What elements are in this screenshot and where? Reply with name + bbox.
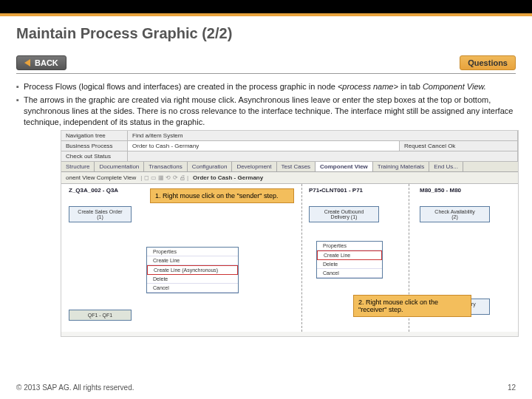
tab-documentation[interactable]: Documentation	[95, 162, 144, 171]
questions-button[interactable]: Questions	[460, 55, 516, 70]
copyright: © 2013 SAP AG. All rights reserved.	[16, 383, 134, 392]
tab-component-view[interactable]: Component View	[316, 162, 373, 171]
check-label: Check out Status	[61, 151, 128, 161]
col2-head: P71•CLNT001 - P71	[309, 187, 363, 194]
bp-row: Business Process Order to Cash - Germany…	[61, 141, 518, 151]
rc-buttons[interactable]: Request Cancel Ok	[400, 141, 518, 151]
info-row: Navigation tree Find a/item System	[61, 131, 518, 141]
graphic-title: Order to Cash - Germany	[193, 174, 263, 181]
bullet-1: Process Flows (logical flows and interfa…	[16, 81, 516, 92]
find-label: Find a/item System	[128, 131, 518, 140]
page-title: Maintain Process Graphic (2/2)	[16, 25, 516, 42]
menu-cancel[interactable]: Cancel	[147, 284, 238, 293]
back-button[interactable]: BACK	[16, 55, 66, 70]
col-divider-1	[301, 184, 302, 332]
tab-development[interactable]: Development	[232, 162, 276, 171]
tab-training[interactable]: Training Materials	[373, 162, 429, 171]
col3-head: M80_850 - M80	[420, 187, 461, 194]
tab-configuration[interactable]: Configuration	[188, 162, 233, 171]
view-mode[interactable]: onent View Complete View	[66, 174, 136, 181]
tab-transactions[interactable]: Transactions	[144, 162, 188, 171]
back-label: BACK	[35, 58, 58, 67]
box-outbound[interactable]: Create OutboundDelivery (1)	[309, 206, 379, 222]
menu2-cancel[interactable]: Cancel	[317, 269, 382, 278]
graphic-toolbar: onent View Complete View | ◻ ▭ ▦ ⟲ ⟳ 🖨 |…	[61, 172, 518, 184]
title-bar	[0, 0, 532, 13]
box-sales-order[interactable]: Create Sales Order(1)	[69, 206, 132, 222]
menu2-properties[interactable]: Properties	[317, 242, 382, 250]
box-bottom[interactable]: QF1 - QF1	[69, 310, 132, 321]
footer: © 2013 SAP AG. All rights reserved. 12	[16, 383, 516, 392]
tab-structure[interactable]: Structure	[61, 162, 95, 171]
menu-properties[interactable]: Properties	[147, 248, 238, 256]
nav-tree-label: Navigation tree	[61, 131, 128, 140]
menu-create-line-async[interactable]: Create Line (Asynchronous)	[147, 265, 238, 275]
col1-head: Z_Q3A_002 - Q3A	[69, 187, 118, 194]
tab-test-cases[interactable]: Test Cases	[277, 162, 316, 171]
page-number: 12	[508, 383, 516, 392]
menu2-create-line[interactable]: Create Line	[317, 250, 382, 260]
menu2-delete[interactable]: Delete	[317, 260, 382, 269]
box-check-avail[interactable]: Check Availability(2)	[420, 206, 490, 222]
bullet-list: Process Flows (logical flows and interfa…	[16, 81, 516, 127]
nav-row: BACK Questions	[16, 55, 516, 74]
back-arrow-icon	[24, 59, 30, 66]
bullet-2: The arrows in the graphic are created vi…	[16, 95, 516, 128]
callout-receiver: 2. Right mouse click on the "receiver" s…	[353, 295, 471, 317]
graphic-canvas: Z_Q3A_002 - Q3A P71•CLNT001 - P71 M80_85…	[61, 184, 518, 332]
tab-end-users[interactable]: End Us...	[429, 162, 463, 171]
screenshot-panel: Navigation tree Find a/item System Busin…	[61, 130, 519, 337]
bp-label: Business Process	[61, 141, 128, 151]
tab-strip: Structure Documentation Transactions Con…	[61, 162, 518, 172]
menu-create-line[interactable]: Create Line	[147, 256, 238, 265]
bp-value: Order to Cash - Germany	[128, 141, 400, 151]
context-menu-receiver[interactable]: Properties Create Line Delete Cancel	[316, 241, 383, 279]
context-menu-sender[interactable]: Properties Create Line Create Line (Asyn…	[146, 247, 239, 293]
menu-delete[interactable]: Delete	[147, 275, 238, 284]
callout-sender: 1. Right mouse click on the "sender" ste…	[150, 188, 294, 203]
questions-label: Questions	[468, 58, 508, 67]
check-row: Check out Status	[61, 151, 518, 162]
